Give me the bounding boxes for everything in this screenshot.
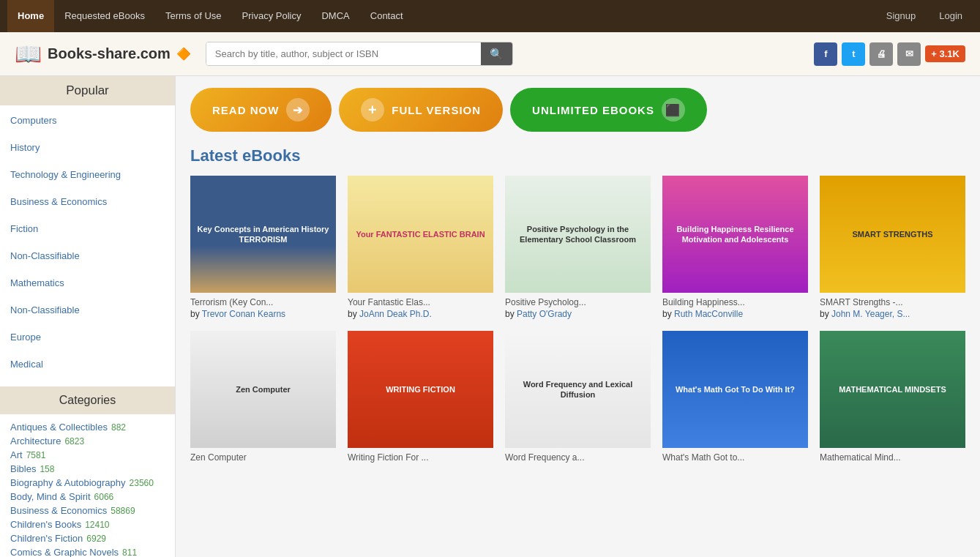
book-author[interactable]: JoAnn Deak Ph.D. <box>359 309 432 319</box>
twitter-button[interactable]: t <box>842 42 865 66</box>
email-button[interactable]: ✉ <box>897 42 921 66</box>
cat-art[interactable]: Art <box>10 449 23 460</box>
book-item[interactable]: Your FANTASTIC ELASTIC BRAINYour Fantast… <box>348 176 493 319</box>
enter-icon: ⬛ <box>662 98 685 122</box>
cat-business[interactable]: Business & Economics <box>10 505 107 516</box>
book-item[interactable]: Positive Psychology in the Elementary Sc… <box>505 176 651 319</box>
main-nav: Home Requested eBooks Terms of Use Priva… <box>0 0 980 32</box>
book-cover: MATHEMATICAL MINDSETS <box>820 331 965 448</box>
book-cover: WRITING FICTION <box>348 331 493 448</box>
popular-link-nonclass2[interactable]: Non-Classifiable <box>10 302 165 318</box>
cat-count: 23560 <box>130 478 154 488</box>
book-item[interactable]: SMART STRENGTHSSMART Strengths -...by Jo… <box>820 176 965 319</box>
cat-count: 811 <box>122 547 137 557</box>
nav-signup[interactable]: Signup <box>876 10 926 21</box>
book-author-line: by JoAnn Deak Ph.D. <box>348 309 493 319</box>
book-cover: Building Happiness Resilience Motivation… <box>662 176 808 293</box>
book-item[interactable]: Building Happiness Resilience Motivation… <box>662 176 808 319</box>
list-item: Comics & Graphic Novels 811 <box>10 545 165 557</box>
nav-requested[interactable]: Requested eBooks <box>54 0 155 32</box>
main-layout: Popular Computers History Technology & E… <box>0 76 980 557</box>
nav-privacy[interactable]: Privacy Policy <box>232 0 312 32</box>
list-item: Bibles 158 <box>10 462 165 476</box>
full-version-button[interactable]: + FULL VERSION <box>339 88 503 132</box>
site-name: Books-share.com <box>48 45 171 62</box>
book-title: What's Math Got to... <box>662 452 808 463</box>
cat-count: 158 <box>40 464 54 474</box>
list-item: Architecture 6823 <box>10 434 165 448</box>
popular-link-history[interactable]: History <box>10 140 165 155</box>
popular-link-tech[interactable]: Technology & Engineering <box>10 167 165 182</box>
book-author[interactable]: Ruth MacConville <box>674 309 743 319</box>
popular-link-math[interactable]: Mathematics <box>10 275 165 291</box>
book-title: Mathematical Mind... <box>820 452 965 463</box>
sidebar: Popular Computers History Technology & E… <box>0 76 176 557</box>
list-item: Art 7581 <box>10 448 165 462</box>
popular-title: Popular <box>0 76 175 105</box>
book-item[interactable]: MATHEMATICAL MINDSETSMathematical Mind..… <box>820 331 965 463</box>
book-title: SMART Strengths -... <box>820 297 965 307</box>
book-author[interactable]: John M. Yeager, S... <box>831 309 910 319</box>
search-input[interactable] <box>206 42 481 65</box>
book-author[interactable]: Patty O'Grady <box>517 309 572 319</box>
book-author-line: by John M. Yeager, S... <box>820 309 965 319</box>
book-cover: Word Frequency and Lexical Diffusion <box>505 331 651 448</box>
share-count: + 3.1K <box>925 45 965 62</box>
book-title: Zen Computer <box>190 452 336 463</box>
book-cover: Positive Psychology in the Elementary Sc… <box>505 176 651 293</box>
popular-link-computers[interactable]: Computers <box>10 113 165 128</box>
cat-biography[interactable]: Biography & Autobiography <box>10 477 126 488</box>
nav-dmca[interactable]: DMCA <box>311 0 359 32</box>
cat-childrens-books[interactable]: Children's Books <box>10 519 81 530</box>
full-version-label: FULL VERSION <box>392 104 481 116</box>
book-title: Building Happiness... <box>662 297 808 307</box>
list-item: Children's Books 12410 <box>10 517 165 531</box>
book-author[interactable]: Trevor Conan Kearns <box>202 309 285 319</box>
popular-link-nonclass1[interactable]: Non-Classifiable <box>10 248 165 263</box>
cat-count: 58869 <box>111 506 135 516</box>
logo-area: 📖 Books-share.com 🔶 <box>15 41 191 67</box>
cta-row: READ NOW ➔ + FULL VERSION UNLIMITED EBOO… <box>190 88 965 132</box>
cat-count: 12410 <box>85 520 109 530</box>
nav-login[interactable]: Login <box>929 10 973 21</box>
popular-link-business[interactable]: Business & Economics <box>10 194 165 209</box>
search-button[interactable]: 🔍 <box>481 42 512 65</box>
book-item[interactable]: Key Concepts in American History TERRORI… <box>190 176 336 319</box>
unlimited-button[interactable]: UNLIMITED EBOOKS ⬛ <box>510 88 707 132</box>
popular-link-medical[interactable]: Medical <box>10 356 165 372</box>
main-content: READ NOW ➔ + FULL VERSION UNLIMITED EBOO… <box>176 76 980 557</box>
cat-count: 6823 <box>64 436 84 446</box>
list-item: Biography & Autobiography 23560 <box>10 476 165 490</box>
cat-childrens-fiction[interactable]: Children's Fiction <box>10 533 83 544</box>
categories-title: Categories <box>0 386 175 414</box>
cat-body[interactable]: Body, Mind & Spirit <box>10 491 91 502</box>
book-author-line: by Ruth MacConville <box>662 309 808 319</box>
read-now-label: READ NOW <box>212 104 279 116</box>
rss-icon[interactable]: 🔶 <box>176 47 191 61</box>
cat-comics[interactable]: Comics & Graphic Novels <box>10 547 119 557</box>
list-item: Children's Fiction 6929 <box>10 531 165 545</box>
search-bar: 🔍 <box>206 42 513 66</box>
book-item[interactable]: WRITING FICTIONWriting Fiction For ... <box>348 331 493 463</box>
nav-home[interactable]: Home <box>7 0 54 32</box>
popular-link-fiction[interactable]: Fiction <box>10 221 165 236</box>
section-title: Latest eBooks <box>190 146 965 165</box>
book-item[interactable]: Word Frequency and Lexical DiffusionWord… <box>505 331 651 463</box>
popular-links: Computers History Technology & Engineeri… <box>0 105 175 379</box>
cat-antiques[interactable]: Antiques & Collectibles <box>10 422 108 433</box>
book-cover: SMART STRENGTHS <box>820 176 965 293</box>
nav-contact[interactable]: Contact <box>360 0 414 32</box>
read-now-button[interactable]: READ NOW ➔ <box>190 88 332 132</box>
unlimited-label: UNLIMITED EBOOKS <box>532 104 654 116</box>
facebook-button[interactable]: f <box>814 42 837 66</box>
print-button[interactable]: 🖨 <box>869 42 893 66</box>
book-item[interactable]: Zen ComputerZen Computer <box>190 331 336 463</box>
list-item: Antiques & Collectibles 882 <box>10 420 165 434</box>
book-item[interactable]: What's Math Got To Do With It?What's Mat… <box>662 331 808 463</box>
cat-bibles[interactable]: Bibles <box>10 463 36 474</box>
nav-terms[interactable]: Terms of Use <box>155 0 232 32</box>
books-grid: Key Concepts in American History TERRORI… <box>190 176 965 463</box>
book-title: Writing Fiction For ... <box>348 452 493 463</box>
popular-link-europe[interactable]: Europe <box>10 329 165 345</box>
cat-architecture[interactable]: Architecture <box>10 435 61 446</box>
